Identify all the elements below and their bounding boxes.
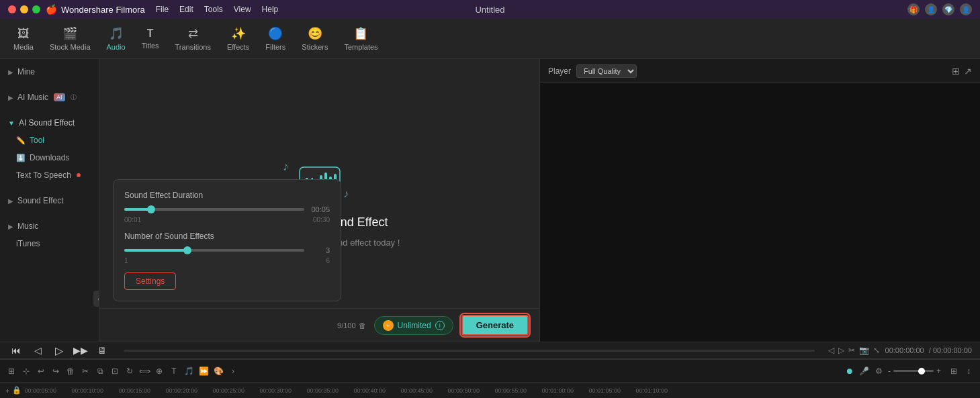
sidebar: ▶ Mine ▶ AI Music AI ⓘ ▼ AI Sound Effect… <box>0 59 99 342</box>
duration-minmax: 00:01 00:30 <box>124 216 330 223</box>
add-track-icon[interactable]: + <box>5 387 9 395</box>
menu-file[interactable]: File <box>156 5 169 14</box>
toolbar-stock-media[interactable]: 🎬 Stock Media <box>42 23 99 54</box>
count-slider-thumb[interactable] <box>183 246 191 254</box>
rotate-icon[interactable]: ↻ <box>124 365 136 377</box>
zoom-in-icon[interactable]: + <box>936 366 941 376</box>
user-avatar[interactable]: 👤 <box>925 3 937 15</box>
maximize-button[interactable] <box>32 5 40 13</box>
apple-logo-icon: 🍎 <box>46 4 57 15</box>
chevron-right-icon4: ▶ <box>8 223 13 230</box>
player-canvas <box>540 83 980 342</box>
zoom-thumb[interactable] <box>918 368 925 375</box>
info-icon[interactable]: ⓘ <box>71 93 77 102</box>
timeline-scrubber[interactable] <box>124 350 815 352</box>
more-icon[interactable]: › <box>227 365 239 377</box>
quality-select[interactable]: Full Quality <box>576 64 637 78</box>
expand-icon[interactable]: ↗ <box>964 66 972 77</box>
crop-icon[interactable]: ⊡ <box>109 365 121 377</box>
fullscreen-icon[interactable]: ⤡ <box>873 346 880 355</box>
cut-tool-icon[interactable]: ✂ <box>79 365 91 377</box>
gift-icon[interactable]: 🎁 <box>907 3 920 15</box>
sidebar-collapse-button[interactable]: ‹ <box>93 291 99 307</box>
toolbar-filters[interactable]: 🔵 Filters <box>257 23 294 54</box>
diamond-icon[interactable]: 💎 <box>942 3 954 15</box>
generate-button[interactable]: Generate <box>461 315 529 336</box>
sidebar-item-ai-music[interactable]: ▶ AI Music AI ⓘ <box>0 89 99 106</box>
mic-icon[interactable]: 🎤 <box>858 365 871 377</box>
text-icon[interactable]: T <box>168 365 180 377</box>
sidebar-item-music[interactable]: ▶ Music <box>0 217 99 235</box>
timeline-tool-2[interactable]: ⊹ <box>20 365 32 377</box>
player-toolbar: Player Full Quality ⊞ ↗ <box>540 59 980 83</box>
grid-icon[interactable]: ⊞ <box>948 365 960 377</box>
duration-slider-track[interactable] <box>124 208 304 211</box>
cut-icon[interactable]: ✂ <box>848 346 855 355</box>
toolbar-audio[interactable]: 🎵 Audio <box>99 23 134 54</box>
skip-back-button[interactable]: ⏮ <box>8 342 24 358</box>
timecode-ruler: 00:00:05:00 00:00:10:00 00:00:15:00 00:0… <box>24 387 975 394</box>
svg-text:♪: ♪ <box>343 188 349 199</box>
menu-edit[interactable]: Edit <box>179 5 193 14</box>
menu-tools[interactable]: Tools <box>204 5 223 14</box>
traffic-lights <box>8 5 40 13</box>
sidebar-item-itunes[interactable]: iTunes <box>0 235 99 252</box>
prev-frame-icon[interactable]: ◁ <box>828 346 834 355</box>
effects-icon: ✨ <box>231 26 246 41</box>
menu-view[interactable]: View <box>234 5 251 14</box>
zoom-slider[interactable] <box>893 370 934 372</box>
toolbar-media[interactable]: 🖼 Media <box>5 24 42 54</box>
toolbar-effects[interactable]: ✨ Effects <box>219 23 257 54</box>
play-button[interactable]: ▷ <box>51 342 67 358</box>
play-forward-button[interactable]: ▶▶ <box>73 342 89 358</box>
expand-timeline-icon[interactable]: ↕ <box>963 365 975 377</box>
grid-view-icon[interactable]: ⊞ <box>952 66 960 77</box>
unlimited-button[interactable]: + Unlimited i <box>374 316 453 335</box>
menu-help[interactable]: Help <box>262 5 279 14</box>
toolbar-stickers[interactable]: 😊 Stickers <box>294 23 336 54</box>
sidebar-item-tool[interactable]: ✏️ Tool <box>0 132 99 149</box>
undo-icon[interactable]: ↩ <box>35 365 47 377</box>
color-icon[interactable]: 🎨 <box>212 365 224 377</box>
play-back-button[interactable]: ◁ <box>30 342 46 358</box>
sidebar-section-music: ▶ Music iTunes <box>0 213 99 256</box>
mirror-icon[interactable]: ⟺ <box>138 365 150 377</box>
sidebar-item-sound-effect[interactable]: ▶ Sound Effect <box>0 192 99 209</box>
bottom-timecode-row: + 🔒 00:00:05:00 00:00:10:00 00:00:15:00 … <box>0 382 980 398</box>
delete-icon[interactable]: 🗑 <box>64 365 77 377</box>
record-icon[interactable]: ⏺ <box>844 365 856 377</box>
zoom-out-icon[interactable]: - <box>888 366 891 376</box>
speed-icon[interactable]: ⏩ <box>197 365 210 377</box>
split-icon[interactable]: ⊕ <box>153 365 165 377</box>
next-frame-icon[interactable]: ▷ <box>838 346 844 355</box>
toolbar: 🖼 Media 🎬 Stock Media 🎵 Audio T Titles ⇄… <box>0 19 980 59</box>
settings-button[interactable]: Settings <box>124 272 176 290</box>
toolbar-transitions[interactable]: ⇄ Transitions <box>167 23 219 54</box>
lock-icon[interactable]: 🔒 <box>12 386 21 395</box>
copy-icon[interactable]: ⧉ <box>94 365 106 377</box>
minimize-button[interactable] <box>20 5 28 13</box>
media-icon: 🖼 <box>17 27 30 41</box>
snapshot-icon[interactable]: 📷 <box>859 346 869 355</box>
sidebar-item-downloads[interactable]: ⬇️ Downloads <box>0 149 99 166</box>
sidebar-item-mine[interactable]: ▶ Mine <box>0 63 99 81</box>
duration-slider-thumb[interactable] <box>147 205 155 213</box>
toolbar-titles[interactable]: T Titles <box>134 25 167 52</box>
sidebar-item-text-to-speech[interactable]: Text To Speech <box>0 166 99 184</box>
account-icon[interactable]: 👤 <box>960 3 972 15</box>
new-dot-badge <box>77 173 81 177</box>
trash-icon[interactable]: 🗑 <box>359 321 366 330</box>
close-button[interactable] <box>8 5 16 13</box>
chevron-right-icon: ▶ <box>8 68 13 76</box>
sidebar-section-sound-effect: ▶ Sound Effect <box>0 188 99 213</box>
toolbar-templates[interactable]: 📋 Templates <box>336 23 386 54</box>
titlebar: 🍎 Wondershare Filmora File Edit Tools Vi… <box>0 0 980 19</box>
timeline-tool-1[interactable]: ⊞ <box>5 365 17 377</box>
titles-icon: T <box>147 28 154 40</box>
settings-tool-icon[interactable]: ⚙ <box>873 365 885 377</box>
sidebar-item-ai-sound-effect[interactable]: ▼ AI Sound Effect <box>0 114 99 132</box>
count-slider-track[interactable] <box>124 249 304 252</box>
screen-icon[interactable]: 🖥 <box>94 342 110 358</box>
redo-icon[interactable]: ↪ <box>50 365 62 377</box>
audio-tool-icon[interactable]: 🎵 <box>183 365 195 377</box>
